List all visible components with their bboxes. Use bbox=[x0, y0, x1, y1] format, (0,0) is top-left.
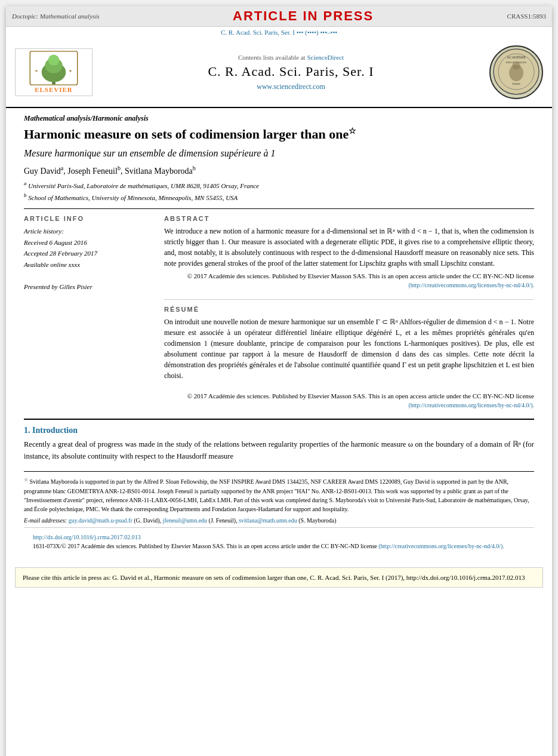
footnote-star-text: ☆ Svitlana Mayboroda is supported in par… bbox=[24, 477, 534, 513]
cc-bottom-link[interactable]: (http://creativecommons.org/licenses/by-… bbox=[378, 543, 504, 549]
article-info-block: Article history: Received 6 August 2016 … bbox=[24, 226, 155, 293]
journal-link-text: C. R. Acad. Sci. Paris, Ser. I ••• (••••… bbox=[221, 29, 337, 36]
contents-line: Contents lists available at ScienceDirec… bbox=[93, 54, 489, 61]
footnote-star-content: Svitlana Mayboroda is supported in part … bbox=[24, 479, 529, 512]
abstract-copyright-text: © 2017 Académie des sciences. Published … bbox=[187, 272, 534, 279]
bottom-info: http://dx.doi.org/10.1016/j.crma.2017.02… bbox=[24, 527, 534, 555]
resume-text: On introduit une nouvelle notion de mesu… bbox=[164, 316, 534, 410]
author-svitlana-mayboroda: Svitlana Mayborodab bbox=[125, 167, 196, 176]
journal-id: CRASS1:5893 bbox=[507, 13, 546, 20]
abstract-label: ABSTRACT bbox=[164, 215, 534, 222]
academy-logo: ACADÉMIE DES SCIENCES PARIS bbox=[489, 45, 543, 99]
right-column: ABSTRACT We introduce a new notion of a … bbox=[164, 215, 534, 410]
doctopic-label: Doctopic: Mathematical analysis bbox=[12, 13, 100, 20]
elsevier-tree-icon: ❧ ❧ bbox=[27, 50, 81, 86]
email-3-name: (S. Mayboroda) bbox=[298, 517, 336, 524]
article-star: ☆ bbox=[349, 127, 356, 136]
article-title-text: Harmonic measure on sets of codimension … bbox=[24, 127, 349, 142]
email-1-name: (G. David), bbox=[134, 517, 162, 524]
citation-bar: Please cite this article in press as: G.… bbox=[15, 567, 543, 588]
affil-a-sup: a bbox=[61, 165, 63, 171]
left-column: ARTICLE INFO Article history: Received 6… bbox=[24, 215, 155, 410]
article-info-label: ARTICLE INFO bbox=[24, 215, 155, 222]
two-col-section: ARTICLE INFO Article history: Received 6… bbox=[24, 208, 534, 410]
journal-url-link[interactable]: www.sciencedirect.com bbox=[93, 82, 489, 91]
available-online: Available online xxxx bbox=[24, 259, 155, 271]
doi-link[interactable]: http://dx.doi.org/10.1016/j.crma.2017.02… bbox=[33, 534, 141, 540]
academy-logo-text: ACADÉMIE DES SCIENCES PARIS bbox=[489, 45, 543, 99]
issn-text: 1631-073X/© 2017 Académie des sciences. … bbox=[33, 543, 377, 549]
journal-header-content: ❧ ❧ ELSEVIER Contents lists available at… bbox=[15, 42, 543, 102]
article-content: Mathematical analysis/Harmonic analysis … bbox=[6, 108, 552, 561]
article-subtitle: Mesure harmonique sur un ensemble de dim… bbox=[24, 148, 534, 159]
affiliations: a Université Paris-Sud, Laboratoire de m… bbox=[24, 180, 534, 202]
resume-label: RÉSUMÉ bbox=[164, 306, 534, 313]
introduction-section: 1. Introduction Recently a great deal of… bbox=[24, 419, 534, 462]
academy-seal-icon: ACADÉMIE DES SCIENCES PARIS bbox=[492, 48, 540, 96]
author-guy-david: Guy Davida bbox=[24, 167, 63, 176]
affiliation-b-text: School of Mathematics, University of Min… bbox=[28, 193, 238, 201]
article-title: Harmonic measure on sets of codimension … bbox=[24, 126, 534, 143]
affil-b-marker: b bbox=[24, 192, 27, 198]
resume-cc-link[interactable]: (http://creativecommons.org/licenses/by-… bbox=[408, 402, 534, 408]
journal-main-title: C. R. Acad. Sci. Paris, Ser. I bbox=[93, 64, 489, 79]
issn-line: 1631-073X/© 2017 Académie des sciences. … bbox=[33, 542, 525, 551]
affiliation-a-text: Université Paris-Sud, Laboratoire de mat… bbox=[28, 182, 259, 189]
abstract-cc-link[interactable]: (http://creativecommons.org/licenses/by-… bbox=[408, 282, 534, 288]
intro-number: 1. Introduction bbox=[24, 426, 534, 435]
sciencedirect-link[interactable]: ScienceDirect bbox=[307, 54, 344, 61]
accepted-date: Accepted 28 February 2017 bbox=[24, 248, 155, 259]
abstract-copyright: © 2017 Académie des sciences. Published … bbox=[164, 272, 534, 290]
citation-text: Please cite this article in press as: G.… bbox=[23, 574, 525, 581]
affil-b2-sup: b bbox=[193, 165, 196, 171]
authors-line: Guy Davida, Joseph Feneuilb, Svitlana Ma… bbox=[24, 165, 534, 176]
email-label: E-mail addresses: bbox=[24, 517, 67, 524]
journal-header: ❧ ❧ ELSEVIER Contents lists available at… bbox=[6, 38, 552, 108]
email-2[interactable]: jfeneuil@umn.edu bbox=[163, 517, 207, 524]
abstract-paragraph: We introduce a new notion of a harmonic … bbox=[164, 226, 534, 269]
resume-copyright-text: © 2017 Académie des sciences. Published … bbox=[187, 392, 534, 399]
svg-point-13 bbox=[512, 62, 520, 70]
email-2-name: (J. Feneuil), bbox=[209, 517, 239, 524]
presented-by: Presented by Gilles Pisier bbox=[24, 281, 155, 293]
footnote-section: ☆ Svitlana Mayboroda is supported in par… bbox=[24, 471, 534, 524]
elsevier-logo: ❧ ❧ ELSEVIER bbox=[15, 48, 93, 96]
top-bar: Doctopic: Mathematical analysis ARTICLE … bbox=[6, 6, 552, 27]
abstract-text: We introduce a new notion of a harmonic … bbox=[164, 226, 534, 290]
email-line: E-mail addresses: guy.david@math.u-psud.… bbox=[24, 516, 534, 525]
resume-copyright: © 2017 Académie des sciences. Published … bbox=[164, 392, 534, 410]
svg-point-3 bbox=[48, 54, 59, 65]
article-in-press-label: ARTICLE IN PRESS bbox=[233, 8, 374, 24]
received-date: Received 6 August 2016 bbox=[24, 237, 155, 248]
svg-text:❧: ❧ bbox=[35, 68, 38, 73]
author-joseph-feneuil: Joseph Feneuilb bbox=[67, 167, 121, 176]
svg-text:ACADÉMIE: ACADÉMIE bbox=[507, 55, 526, 59]
footnote-star-symbol: ☆ bbox=[24, 477, 28, 483]
history-label: Article history: bbox=[24, 226, 155, 237]
email-1[interactable]: guy.david@math.u-psud.fr bbox=[69, 517, 132, 524]
elsevier-name: ELSEVIER bbox=[35, 86, 73, 93]
svg-text:PARIS: PARIS bbox=[512, 82, 520, 85]
intro-paragraph: Recently a great deal of progress was ma… bbox=[24, 438, 534, 462]
affil-b1-sup: b bbox=[118, 165, 121, 171]
doi-line: http://dx.doi.org/10.1016/j.crma.2017.02… bbox=[33, 533, 525, 542]
svg-text:❧: ❧ bbox=[69, 68, 72, 73]
resume-paragraph: On introduit une nouvelle notion de mesu… bbox=[164, 316, 534, 381]
email-3[interactable]: svitlana@math.umn.edu bbox=[239, 517, 297, 524]
subject-area: Mathematical analysis/Harmonic analysis bbox=[24, 114, 534, 123]
journal-link-line: C. R. Acad. Sci. Paris, Ser. I ••• (••••… bbox=[6, 27, 552, 38]
journal-title-center: Contents lists available at ScienceDirec… bbox=[93, 54, 489, 91]
affiliation-b: b School of Mathematics, University of M… bbox=[24, 192, 534, 202]
affiliation-a: a Université Paris-Sud, Laboratoire de m… bbox=[24, 180, 534, 190]
resume-section: RÉSUMÉ On introduit une nouvelle notion … bbox=[164, 299, 534, 410]
affil-a-marker: a bbox=[24, 180, 27, 186]
intro-text: Recently a great deal of progress was ma… bbox=[24, 438, 534, 462]
contents-label: Contents lists available at bbox=[238, 54, 306, 61]
page: Doctopic: Mathematical analysis ARTICLE … bbox=[6, 6, 552, 756]
